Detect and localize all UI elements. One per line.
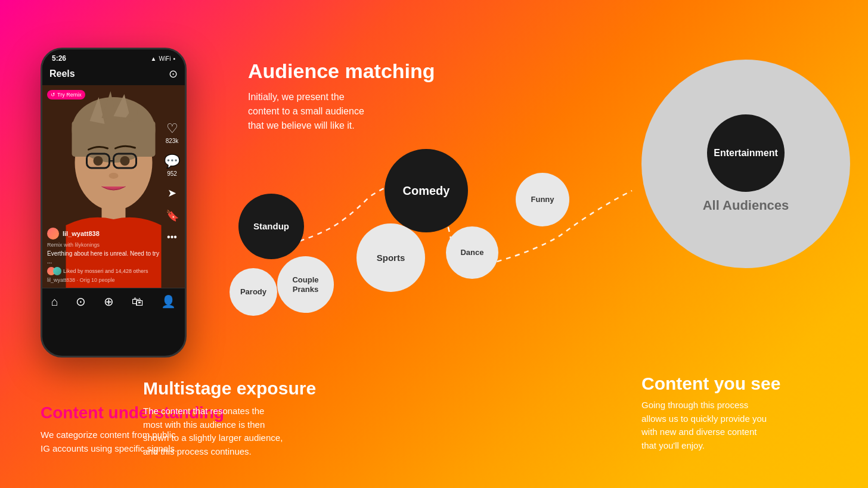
search-nav-icon[interactable]: ⊙	[76, 294, 86, 309]
all-audiences-label: All Audiences	[703, 198, 789, 213]
user-avatar	[47, 228, 59, 240]
phone-user-info: lil_wyatt838 Remix with lilykonings Ever…	[47, 228, 161, 283]
standup-label: Standup	[253, 221, 289, 232]
likes-info: Liked by mosseri and 14,428 others	[47, 267, 161, 275]
bubbles-container: Standup Comedy Sports Parody Couple Pran…	[215, 116, 644, 349]
home-nav-icon[interactable]: ⌂	[51, 295, 58, 309]
all-audiences-circle: Entertainment All Audiences	[641, 60, 850, 268]
bubble-standup: Standup	[238, 194, 304, 259]
svg-rect-3	[72, 121, 156, 157]
bubble-parody: Parody	[230, 268, 277, 316]
camera-icon[interactable]: ⊙	[169, 67, 178, 80]
bubble-couple-pranks: Couple Pranks	[277, 256, 334, 313]
phone-bottom-nav: ⌂ ⊙ ⊕ 🛍 👤	[42, 288, 185, 318]
phone-status-icons: ▲WiFi▪	[151, 55, 175, 62]
multistage-exposure-desc: The content that resonates themost with …	[143, 405, 322, 458]
comment-count: 952	[167, 170, 177, 177]
like-count: 823k	[166, 138, 179, 144]
content-you-see-title: Content you see	[641, 374, 850, 394]
reels-nav-icon[interactable]: ⊕	[104, 294, 114, 309]
save-action[interactable]: 🔖	[166, 209, 179, 222]
comedy-label: Comedy	[403, 184, 450, 198]
video-caption: Everthing about here is unreal. Need to …	[47, 250, 161, 265]
content-you-see-section: Content you see Going through this proce…	[641, 374, 850, 452]
phone-video-content: ↺ Try Remix ♡ 823k 💬 952 ➤	[42, 85, 185, 288]
username: lil_wyatt838	[63, 230, 100, 237]
phone-time: 5:26	[52, 54, 66, 63]
multistage-exposure-section: Multistage exposure The content that res…	[143, 378, 340, 458]
reels-title: Reels	[49, 69, 75, 79]
remix-text: Remix with lilykonings	[47, 242, 161, 248]
dance-label: Dance	[460, 248, 483, 257]
more-action[interactable]: •••	[167, 232, 177, 243]
footer-info: lil_wyatt838 · Orig 10 people	[47, 277, 161, 283]
audience-matching-title: Audience matching	[248, 60, 435, 83]
bubble-comedy: Comedy	[385, 149, 468, 232]
entertainment-bubble: Entertainment	[707, 114, 785, 192]
share-action[interactable]: ➤	[168, 187, 176, 200]
multistage-exposure-title: Multistage exposure	[143, 378, 340, 399]
shop-nav-icon[interactable]: 🛍	[132, 295, 144, 309]
phone-mockup: 5:26 ▲WiFi▪ Reels ⊙	[41, 48, 187, 358]
funny-label: Funny	[531, 195, 554, 204]
comment-action[interactable]: 💬 952	[164, 154, 180, 177]
parody-label: Parody	[240, 287, 266, 297]
bubble-funny: Funny	[516, 173, 569, 226]
bubble-dance: Dance	[446, 226, 498, 279]
content-you-see-desc: Going through this processallows us to q…	[641, 399, 850, 452]
svg-point-13	[109, 173, 119, 179]
bubble-sports: Sports	[356, 223, 425, 292]
couple-pranks-label: Couple Pranks	[292, 275, 318, 294]
svg-point-11	[94, 156, 103, 166]
like-action[interactable]: ♡ 823k	[166, 121, 179, 144]
phone-status-bar: 5:26 ▲WiFi▪	[42, 49, 185, 65]
entertainment-label: Entertainment	[714, 148, 778, 158]
sports-label: Sports	[377, 253, 405, 263]
profile-nav-icon[interactable]: 👤	[161, 294, 176, 309]
phone-reels-header: Reels ⊙	[42, 65, 185, 85]
phone-actions: ♡ 823k 💬 952 ➤ 🔖 •••	[164, 121, 180, 243]
try-remix-badge[interactable]: ↺ Try Remix	[47, 90, 85, 100]
svg-point-12	[120, 156, 130, 166]
